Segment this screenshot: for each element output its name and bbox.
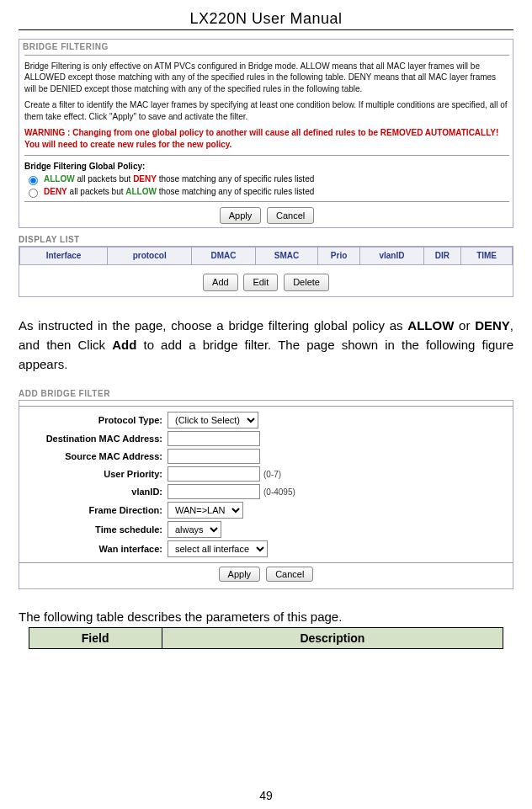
policy-text: all packets but [67, 187, 125, 196]
field-description-table: Field Description [29, 627, 503, 649]
policy-heading: Bridge Filtering Global Policy: [24, 161, 509, 173]
display-col-prio: Prio [318, 247, 360, 265]
bridge-filtering-warning: WARNING : Changing from one global polic… [24, 127, 509, 150]
divider [24, 201, 509, 202]
add-button[interactable]: Add [203, 274, 238, 291]
policy-text: those matching any of specific rules lis… [157, 187, 314, 196]
apply-button[interactable]: Apply [220, 207, 262, 225]
dmac-input[interactable] [168, 431, 260, 446]
table-intro: The following table describes the parame… [19, 609, 513, 624]
cancel-button[interactable]: Cancel [266, 567, 313, 582]
policy-row-allow[interactable]: ALLOW all packets but DENY those matchin… [24, 173, 509, 185]
priority-input[interactable] [168, 466, 260, 482]
allow-word: ALLOW [44, 174, 75, 184]
display-col-smac: SMAC [255, 247, 317, 265]
vlanid-hint: (0-4095) [263, 487, 295, 497]
direction-label: Frame Direction: [28, 505, 168, 515]
schedule-label: Time schedule: [28, 524, 168, 535]
display-col-interface: Interface [20, 247, 108, 265]
add-bridge-filter-panel: Protocol Type: (Click to Select) Destina… [19, 400, 513, 589]
deny-word: DENY [44, 187, 67, 196]
bridge-filtering-para2: Create a filter to identify the MAC laye… [24, 99, 509, 122]
vlanid-label: vlanID: [28, 487, 168, 497]
smac-label: Source MAC Address: [28, 451, 168, 461]
protocol-type-select[interactable]: (Click to Select) [168, 412, 258, 428]
bridge-filtering-para1: Bridge Filtering is only effective on AT… [24, 61, 509, 95]
display-col-time: TIME [461, 247, 513, 265]
bridge-filtering-heading: BRIDGE FILTERING [23, 41, 509, 53]
schedule-select[interactable]: always [168, 521, 221, 538]
description-header: Description [162, 628, 503, 649]
deny-word: DENY [475, 318, 510, 333]
title-rule [19, 29, 513, 30]
allow-word: ALLOW [125, 187, 157, 196]
bridge-filtering-panel: BRIDGE FILTERING Bridge Filtering is onl… [19, 39, 513, 228]
divider [19, 562, 513, 563]
display-list-panel: Interface protocol DMAC SMAC Prio vlanID… [19, 246, 513, 296]
display-col-vlanid: vlanID [360, 247, 424, 265]
vlanid-input[interactable] [168, 484, 260, 499]
divider [24, 55, 509, 56]
waninterface-label: Wan interface: [28, 544, 168, 554]
instruction-paragraph: As instructed in the page, choose a brid… [19, 316, 513, 375]
txt: As instructed in the page, choose a brid… [19, 318, 407, 333]
display-col-dir: DIR [423, 247, 460, 265]
field-header: Field [29, 628, 162, 649]
divider [24, 155, 509, 156]
add-bridge-filter-heading: ADD BRIDGE FILTER [19, 389, 513, 398]
display-col-dmac: DMAC [192, 247, 256, 265]
edit-button[interactable]: Edit [243, 274, 278, 291]
delete-button[interactable]: Delete [284, 274, 329, 291]
dmac-label: Destination MAC Address: [28, 434, 168, 444]
deny-word: DENY [133, 174, 157, 184]
apply-button[interactable]: Apply [219, 567, 261, 582]
display-table: Interface protocol DMAC SMAC Prio vlanID… [19, 247, 513, 265]
waninterface-select[interactable]: select all interface [168, 540, 268, 557]
display-col-protocol: protocol [108, 247, 192, 265]
policy-row-deny[interactable]: DENY all packets but ALLOW those matchin… [24, 186, 509, 198]
allow-word: ALLOW [407, 318, 454, 333]
divider [19, 406, 513, 407]
direction-select[interactable]: WAN=>LAN [168, 502, 243, 519]
policy-radio-allow[interactable] [29, 176, 38, 185]
policy-text: those matching any of specific rules lis… [157, 174, 314, 184]
display-list-heading: DISPLAY LIST [19, 235, 513, 244]
txt: or [454, 318, 475, 333]
policy-text: all packets but [75, 174, 133, 184]
cancel-button[interactable]: Cancel [267, 207, 314, 225]
priority-hint: (0-7) [263, 470, 281, 479]
policy-radio-deny[interactable] [29, 189, 38, 198]
page-number: 49 [0, 789, 532, 802]
priority-label: User Priority: [28, 469, 168, 479]
page-title: LX220N User Manual [19, 10, 513, 28]
protocol-type-label: Protocol Type: [28, 415, 168, 425]
add-word: Add [112, 338, 136, 352]
smac-input[interactable] [168, 449, 260, 464]
